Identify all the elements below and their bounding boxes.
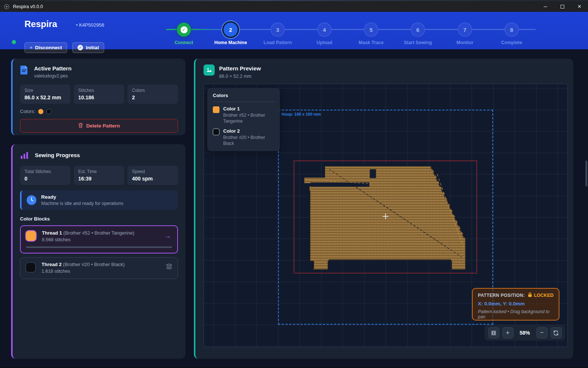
color-1-item: Color 1 Brother #52 • Brother Tangerine: [213, 106, 274, 124]
initial-button[interactable]: ✓ Initial: [72, 42, 104, 53]
step-number: 6: [411, 23, 425, 37]
workflow-stepper: ✓ Connect 2 Home Machine 3 Load Pattern …: [163, 23, 556, 49]
step-start-sewing[interactable]: 6 Start Sewing: [396, 23, 439, 45]
step-label: Upload: [303, 40, 346, 45]
step-monitor[interactable]: 7 Monitor: [443, 23, 486, 45]
trash-icon: [78, 123, 83, 129]
stat-colors: Colors 2: [128, 84, 178, 104]
preview-canvas[interactable]: Hoop: 100 x 100 mm: [204, 84, 568, 347]
delete-pattern-label: Delete Pattern: [86, 123, 120, 129]
active-pattern-filename: valetudogv2.pes: [34, 73, 72, 79]
stat-est-time: Est. Time 16:39: [74, 166, 124, 185]
reset-view-button[interactable]: [551, 327, 562, 338]
step-number: 5: [364, 23, 378, 37]
pattern-coordinates: X: 0.0mm, Y: 0.0mm: [478, 301, 554, 306]
thread-detail: (Brother #20 • Brother Black): [63, 262, 125, 267]
zoom-toolbar: + 58% −: [485, 325, 565, 341]
check-circle-icon: ✓: [77, 45, 83, 50]
stat-value: 0: [24, 176, 66, 182]
pattern-position-label: PATTERN POSITION:: [478, 293, 525, 298]
stat-label: Speed: [132, 169, 174, 174]
pattern-position-overlay: PATTERN POSITION: LOCKED X: 0.0mm, Y: 0.…: [472, 288, 559, 321]
step-load-pattern[interactable]: 3 Load Pattern: [256, 23, 299, 45]
document-icon: [20, 65, 28, 75]
colors-panel-title: Colors: [213, 93, 274, 102]
connection-status-dot: [12, 40, 16, 44]
app-logo-icon: [4, 4, 10, 10]
thread-stitch-count: 8.568 stitches: [42, 237, 172, 242]
thread-1-progress-bar: [26, 246, 172, 248]
initial-label: Initial: [86, 45, 99, 50]
step-number: 8: [505, 23, 519, 37]
minimize-button[interactable]: ─: [537, 1, 554, 12]
fit-to-view-button[interactable]: [488, 327, 499, 338]
thread-name: Thread 1: [42, 230, 62, 236]
close-button[interactable]: ✕: [571, 1, 588, 12]
zoom-in-button[interactable]: +: [502, 327, 513, 338]
stat-size: Size 86.0 x 52.2 mm: [20, 84, 70, 104]
pattern-preview-title: Pattern Preview: [219, 65, 261, 72]
step-upload[interactable]: 4 Upload: [303, 23, 346, 45]
step-complete[interactable]: 8 Complete: [490, 23, 533, 45]
hoop-label: Hoop: 100 x 100 mm: [281, 112, 321, 116]
stat-value: 400 spm: [132, 176, 174, 182]
titlebar: Respira v0.0.0 ─ ✕: [0, 1, 588, 12]
app-header: Respira • K4P502956 × Disconnect ✓ Initi…: [0, 12, 588, 49]
step-label: Complete: [490, 40, 533, 45]
step-label: Mask Trace: [350, 40, 393, 45]
step-label: Monitor: [443, 40, 486, 45]
stat-label: Size: [24, 88, 66, 93]
step-connect[interactable]: ✓ Connect: [162, 23, 205, 45]
thread-name: Thread 2: [42, 262, 62, 267]
step-number: 3: [271, 23, 285, 37]
stat-label: Est. Time: [78, 169, 120, 174]
zoom-out-button[interactable]: −: [536, 327, 548, 338]
window-title: Respira v0.0.0: [13, 4, 43, 9]
color-description: Brother #20 • Brother Black: [223, 135, 274, 146]
step-label: Start Sewing: [396, 40, 439, 45]
stat-label: Total Stitches: [24, 169, 66, 174]
colors-panel: Colors Color 1 Brother #52 • Brother Tan…: [207, 88, 280, 151]
thread-1-item[interactable]: Thread 1 (Brother #52 • Brother Tangerin…: [20, 225, 178, 253]
step-label: Connect: [162, 40, 205, 45]
thread-1-color-swatch: [26, 231, 36, 241]
maximize-button[interactable]: [554, 1, 571, 12]
stat-label: Stitches: [78, 88, 120, 93]
stat-label: Colors: [132, 88, 174, 93]
color-1-swatch: [213, 106, 219, 113]
disconnect-button[interactable]: × Disconnect: [24, 42, 67, 53]
color-swatch-orange: [38, 109, 43, 114]
thread-2-item[interactable]: Thread 2 (Brother #20 • Brother Black) 1…: [20, 257, 178, 279]
image-icon: [204, 64, 215, 76]
status-description: Machine is idle and ready for operations: [41, 201, 123, 206]
thread-stitch-count: 1.618 stitches: [42, 269, 172, 274]
step-mask-trace[interactable]: 5 Mask Trace: [350, 23, 393, 45]
color-blocks-heading: Color Blocks: [20, 216, 178, 222]
status-title: Ready: [41, 194, 123, 200]
stat-value: 16:39: [78, 176, 120, 182]
color-swatch-black: [46, 109, 52, 114]
thread-detail: (Brother #52 • Brother Tangerine): [63, 230, 134, 236]
locked-label: LOCKED: [534, 293, 554, 298]
stat-value: 10.186: [78, 95, 120, 100]
app-name: Respira: [24, 19, 57, 29]
stat-value: 2: [132, 95, 174, 100]
sewing-progress-title: Sewing Progress: [35, 152, 80, 158]
color-name: Color 1: [223, 106, 274, 112]
color-2-item: Color 2 Brother #20 • Brother Black: [213, 128, 274, 146]
color-description: Brother #52 • Brother Tangerine: [223, 113, 274, 124]
delete-pattern-button[interactable]: Delete Pattern: [20, 119, 178, 133]
colors-label: Colors:: [20, 109, 35, 114]
step-label: Load Pattern: [256, 40, 299, 45]
active-pattern-card: Active Pattern valetudogv2.pes Size 86.0…: [11, 59, 185, 135]
step-home-machine[interactable]: 2 Home Machine: [209, 23, 252, 45]
disconnect-x-icon: ×: [30, 45, 33, 50]
clock-icon: [27, 195, 36, 205]
bar-chart-icon: [20, 151, 29, 160]
stat-speed: Speed 400 spm: [128, 166, 178, 185]
window-scrollbar-thumb[interactable]: [585, 160, 587, 186]
step-number: 2: [224, 23, 238, 37]
active-pattern-title: Active Pattern: [34, 65, 72, 72]
color-name: Color 2: [223, 128, 274, 134]
thread-2-color-swatch: [26, 262, 36, 272]
